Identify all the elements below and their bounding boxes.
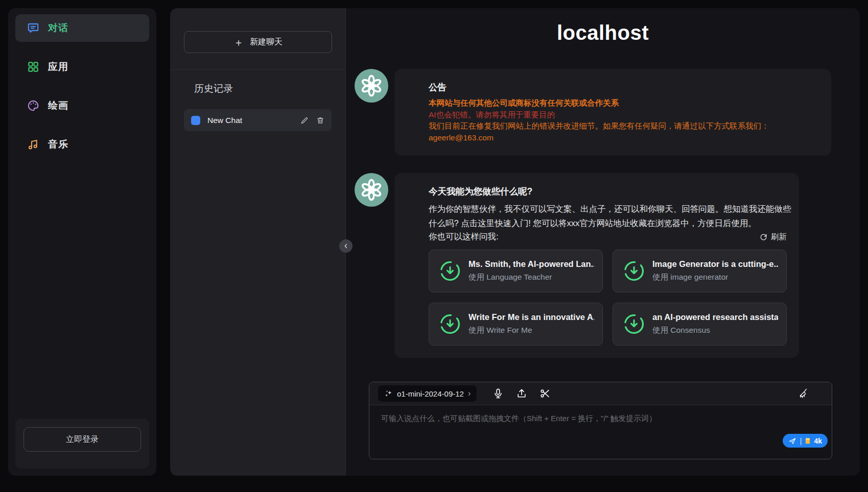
sidebar-item-label: 对话	[48, 21, 68, 35]
palette-icon	[27, 99, 40, 112]
assistant-avatar	[355, 173, 388, 207]
suggestion-card[interactable]: Write For Me is an innovative A... 使用 Wr…	[429, 303, 603, 346]
chat-main-panel: localhost 公告 本网站与任何其他公司或商标没有任何关联或合	[346, 8, 860, 476]
announcement-bubble: 公告 本网站与任何其他公司或商标没有任何关联或合作关系 AI也会犯错。请勿将其用…	[394, 69, 831, 156]
upload-file-button[interactable]	[516, 388, 527, 399]
suggestion-card[interactable]: Ms. Smith, the AI-powered Lan... 使用 Lang…	[429, 250, 603, 292]
upload-icon	[516, 388, 527, 399]
suggestion-card[interactable]: Image Generator is a cutting-e... 使用 ima…	[613, 250, 787, 292]
sidebar-item-label: 应用	[48, 60, 68, 73]
clear-chat-button[interactable]	[798, 388, 809, 399]
model-selector[interactable]: o1-mini-2024-09-12 ›	[378, 385, 477, 402]
welcome-bubble: 今天我能为您做些什么呢? 作为你的智慧伙伴，我不仅可以写文案、出点子，还可以和你…	[394, 173, 799, 358]
login-button[interactable]: 立即登录	[24, 427, 141, 452]
suggestion-subtitle: 使用 image generator	[652, 272, 778, 283]
edit-icon[interactable]	[300, 116, 309, 125]
welcome-title: 今天我能为您做些什么呢?	[429, 185, 787, 198]
plus-icon: ＋	[233, 37, 244, 47]
suggestion-subtitle: 使用 Consensus	[652, 325, 778, 336]
sidebar-item-drawing[interactable]: 绘画	[15, 92, 149, 119]
apps-grid-icon	[27, 60, 40, 73]
new-chat-button[interactable]: ＋ 新建聊天	[184, 31, 332, 53]
suggestion-title: Ms. Smith, the AI-powered Lan...	[468, 259, 594, 269]
suggestion-title: Write For Me is an innovative A...	[468, 312, 594, 322]
suggestion-grid: Ms. Smith, the AI-powered Lan... 使用 Lang…	[429, 250, 787, 346]
message-welcome: 今天我能为您做些什么呢? 作为你的智慧伙伴，我不仅可以写文案、出点子，还可以和你…	[346, 173, 860, 358]
page-title: localhost	[346, 21, 860, 44]
composer-toolbar: o1-mini-2024-09-12 ›	[369, 382, 832, 405]
chevron-right-icon: ›	[468, 389, 471, 398]
model-label: o1-mini-2024-09-12	[397, 389, 464, 398]
voice-input-button[interactable]	[492, 388, 504, 399]
suggestion-card[interactable]: an AI-powered research assista... 使用 Con…	[613, 303, 787, 346]
gpt-install-icon	[439, 260, 461, 282]
suggestion-title: an AI-powered research assista...	[652, 312, 778, 322]
history-title: 历史记录	[194, 82, 345, 95]
suggestion-subtitle: 使用 Write For Me	[468, 325, 594, 336]
screenshot-button[interactable]	[539, 388, 551, 399]
sidebar-item-label: 音乐	[48, 138, 68, 151]
list-divider	[170, 69, 345, 70]
chat-item-title: New Chat	[207, 116, 300, 125]
chat-thumbnail-icon	[191, 116, 200, 125]
gpt-install-icon	[623, 260, 645, 282]
workspace: ＋ 新建聊天 历史记录 New Chat localhost	[170, 8, 860, 476]
announcement-line: AI也会犯错。请勿将其用于重要目的	[429, 109, 819, 121]
coin-icon	[805, 437, 810, 445]
gpt-install-icon	[623, 313, 645, 335]
message-announcement: 公告 本网站与任何其他公司或商标没有任何关联或合作关系 AI也会犯错。请勿将其用…	[346, 69, 860, 156]
delete-icon[interactable]	[316, 116, 324, 125]
assistant-avatar	[355, 69, 388, 103]
token-count: 4k	[814, 437, 822, 445]
microphone-icon	[492, 388, 504, 399]
sidebar-item-chat[interactable]: 对话	[15, 14, 149, 42]
sidebar-item-music[interactable]: 音乐	[15, 131, 149, 158]
login-card: 立即登录	[15, 419, 149, 469]
refresh-suggestions-button[interactable]: 刷新	[760, 232, 787, 242]
sidebar: 对话 应用 绘画 音乐 立即登	[8, 8, 156, 476]
chat-bubble-icon	[27, 21, 40, 35]
openai-logo-icon	[360, 178, 383, 202]
announcement-line: 我们目前正在修复我们网站上的错误并改进细节。如果您有任何疑问，请通过以下方式联系…	[429, 120, 819, 132]
welcome-body: 作为你的智慧伙伴，我不仅可以写文案、出点子，还可以和你聊天、回答问题。想知道我还…	[429, 202, 797, 230]
send-token-badge[interactable]: | 4k	[783, 434, 828, 448]
music-note-icon	[27, 138, 40, 151]
sparkle-icon	[384, 389, 393, 398]
sidebar-item-label: 绘画	[48, 99, 68, 112]
chevron-left-icon	[342, 242, 349, 250]
openai-logo-icon	[360, 74, 383, 97]
send-icon	[788, 437, 796, 445]
chat-history-item[interactable]: New Chat	[184, 109, 332, 131]
suggestion-title: Image Generator is a cutting-e...	[652, 259, 778, 269]
contact-email-link[interactable]: ageerle@163.com	[429, 132, 819, 144]
composer: o1-mini-2024-09-12 ›	[369, 382, 832, 459]
badge-divider: |	[800, 437, 802, 445]
collapse-sidebar-button[interactable]	[339, 239, 353, 253]
refresh-label: 刷新	[771, 232, 787, 242]
new-chat-label: 新建聊天	[250, 37, 283, 47]
gpt-install-icon	[439, 313, 461, 335]
sidebar-item-apps[interactable]: 应用	[15, 53, 149, 81]
refresh-icon	[760, 233, 767, 241]
scissors-icon	[539, 388, 551, 399]
ask-label: 你也可以这样问我:	[429, 231, 499, 242]
broom-icon	[798, 388, 809, 399]
chat-list-panel: ＋ 新建聊天 历史记录 New Chat	[170, 8, 346, 476]
announcement-title: 公告	[429, 81, 819, 93]
suggestion-subtitle: 使用 Language Teacher	[468, 272, 594, 283]
announcement-line: 本网站与任何其他公司或商标没有任何关联或合作关系	[429, 97, 819, 109]
message-input[interactable]	[369, 405, 832, 458]
